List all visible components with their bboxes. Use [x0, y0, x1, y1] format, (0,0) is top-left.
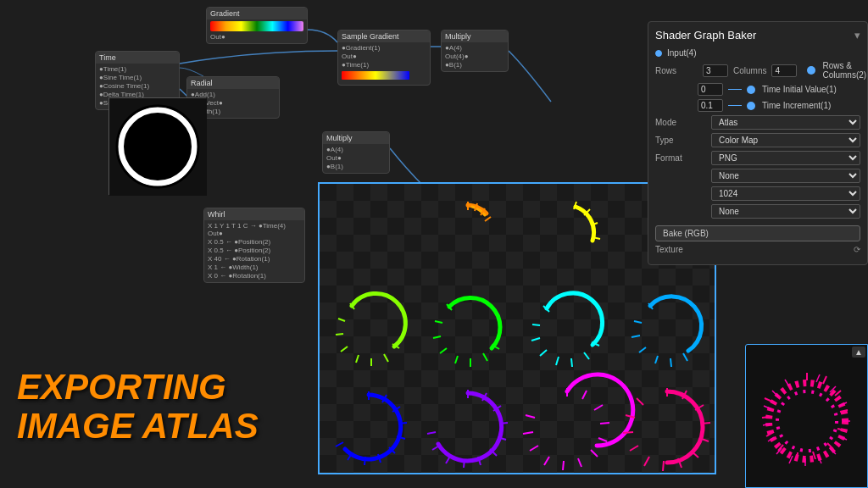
texture-row: Texture ⟳ — [655, 245, 860, 254]
m2-a: ●A(4) — [326, 146, 386, 153]
mode-row: Mode Atlas — [655, 115, 860, 130]
rows-cols-label: Rows & Columns(2) — [822, 61, 866, 80]
time-increment-row: Time Increment(1) — [655, 99, 860, 112]
svg-line-80 — [523, 432, 533, 434]
sample-gradient-node[interactable]: Sample Gradient ●Gradient(1) Out● ●Time(… — [337, 30, 431, 86]
sg-out: Out● — [342, 53, 426, 60]
time-increment-input[interactable] — [698, 99, 723, 112]
texture-refresh[interactable]: ⟳ — [854, 245, 860, 254]
svg-line-72 — [594, 405, 603, 410]
none-row-1: None — [655, 169, 860, 183]
svg-line-46 — [655, 356, 658, 363]
svg-line-47 — [670, 358, 671, 367]
svg-line-9 — [485, 217, 491, 221]
multiply-node-1-header: Multiply — [442, 30, 508, 42]
rows-input[interactable] — [703, 64, 728, 77]
svg-line-62 — [499, 423, 508, 424]
svg-line-39 — [571, 358, 572, 367]
texture-label: Texture — [655, 245, 683, 254]
time-initial-input[interactable] — [698, 83, 723, 96]
none-row-2: None — [655, 204, 860, 219]
none-select-2[interactable]: None — [711, 204, 860, 219]
svg-line-79 — [530, 446, 538, 451]
time-increment-connector — [747, 102, 755, 110]
svg-line-45 — [639, 347, 646, 352]
whirl-node-header: Whirl — [204, 208, 304, 220]
svg-line-22 — [356, 355, 359, 363]
svg-line-36 — [531, 338, 540, 341]
svg-line-90 — [644, 457, 649, 466]
m2-out: Out● — [326, 154, 386, 162]
cols-input[interactable] — [771, 64, 797, 77]
baker-panel: Shader Graph Baker ▾ Input(4) Rows Colum… — [648, 21, 868, 265]
time-output: ●Time(1) — [99, 65, 175, 73]
svg-line-76 — [578, 458, 581, 467]
bake-button[interactable]: Bake (RGB) — [655, 225, 860, 241]
svg-line-94 — [637, 398, 643, 405]
node-graph-background: Gradient Out● Time ●Time(1) ●Sine Time(1… — [0, 0, 868, 488]
time-initial-connector — [747, 86, 755, 94]
svg-rect-5 — [342, 71, 409, 80]
m1-a: ●A(4) — [445, 44, 504, 52]
rows-label: Rows — [655, 66, 698, 75]
sg-time: ●Time(1) — [342, 61, 426, 69]
svg-line-75 — [591, 450, 598, 457]
svg-line-69 — [427, 432, 436, 434]
svg-line-44 — [632, 336, 640, 337]
multiply-node-1[interactable]: Multiply ●A(4) Out(4)● ●B(1) — [441, 30, 509, 72]
none-select-1[interactable]: None — [711, 169, 860, 183]
rows-cols-section: Rows Columns Rows & Columns(2) — [655, 61, 860, 80]
radial-preview — [108, 97, 206, 195]
svg-line-58 — [336, 442, 343, 446]
type-label: Type — [655, 136, 706, 145]
svg-line-35 — [532, 324, 540, 325]
svg-line-66 — [464, 459, 465, 468]
svg-point-3 — [134, 123, 181, 170]
svg-line-43 — [634, 321, 642, 323]
format-row: Format PNG — [655, 151, 860, 165]
svg-line-37 — [540, 350, 547, 356]
svg-line-105 — [797, 452, 798, 460]
svg-line-77 — [563, 461, 564, 470]
svg-line-78 — [544, 457, 549, 465]
multiply-node-2-header: Multiply — [323, 132, 389, 144]
svg-line-28 — [433, 336, 441, 338]
svg-line-19 — [338, 319, 345, 321]
whirl-node[interactable]: Whirl X 1 Y 1 T 1 C → ●Time(4) Out● X 0.… — [203, 208, 305, 283]
sg-gradient: ●Gradient(1) — [342, 44, 426, 52]
scroll-up[interactable]: ▲ — [852, 347, 865, 358]
input-radio — [655, 50, 662, 57]
time-initial-row: Time Initial Value(1) — [655, 83, 860, 96]
svg-line-27 — [435, 321, 442, 323]
rows-cols-connector — [807, 66, 815, 75]
baker-panel-title: Shader Graph Baker ▾ — [655, 29, 860, 42]
gradient-output: Out● — [210, 33, 303, 41]
m2-b: ●B(1) — [326, 163, 386, 170]
input-row: Input(4) — [655, 48, 860, 58]
mode-select[interactable]: Atlas — [711, 115, 860, 130]
resolution-select[interactable]: 1024 — [711, 186, 860, 201]
svg-line-56 — [364, 457, 365, 465]
svg-line-89 — [663, 461, 664, 471]
m1-b: ●B(1) — [445, 61, 504, 69]
gradient-bar — [210, 21, 303, 31]
svg-line-71 — [582, 391, 587, 399]
radial-node-header: Radial — [187, 77, 279, 89]
type-select[interactable]: Color Map — [711, 133, 860, 147]
time-initial-label: Time Initial Value(1) — [762, 85, 837, 94]
format-select[interactable]: PNG — [711, 151, 860, 165]
gradient-node-header: Gradient — [207, 8, 307, 19]
sample-gradient-header: Sample Gradient — [338, 30, 430, 42]
time-sine: ●Sine Time(1) — [99, 74, 175, 81]
mini-preview: ▲ — [745, 344, 868, 488]
svg-line-81 — [526, 415, 535, 418]
svg-line-52 — [398, 423, 407, 424]
format-label: Format — [655, 153, 706, 163]
gradient-node[interactable]: Gradient Out● — [206, 7, 308, 44]
time-increment-label: Time Increment(1) — [762, 101, 831, 110]
multiply-node-2[interactable]: Multiply ●A(4) Out● ●B(1) — [322, 131, 390, 174]
svg-line-21 — [341, 347, 348, 352]
svg-line-29 — [440, 348, 447, 353]
cols-label: Columns — [733, 66, 766, 75]
svg-line-73 — [600, 423, 609, 424]
